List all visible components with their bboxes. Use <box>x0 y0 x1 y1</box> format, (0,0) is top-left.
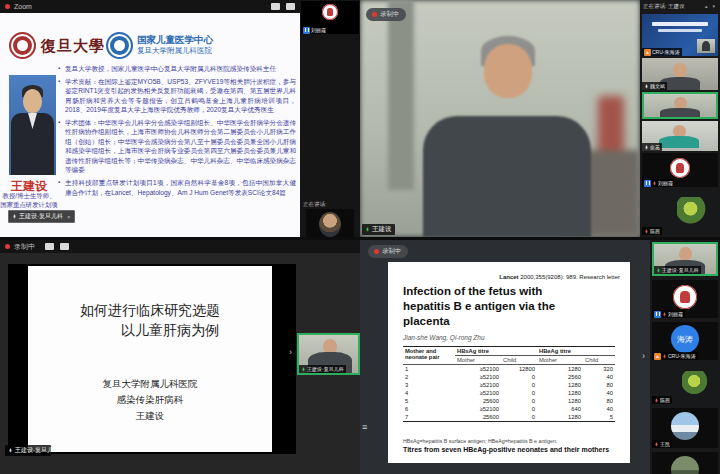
presentation-window: 录制中 如何进行临床研究选题 以儿童肝病为例 复旦大学附属儿科医院 感染传染肝病… <box>0 240 360 474</box>
window-restore-button[interactable] <box>271 3 280 10</box>
table-cell: 0 <box>501 413 537 422</box>
titlebar-app-label: Zoom <box>14 3 32 10</box>
table-cell: 1 <box>403 365 455 374</box>
participant-tile[interactable]: 刘丽霞 <box>642 153 718 187</box>
self-view-video[interactable]: 王建设·复旦儿科 <box>297 333 360 375</box>
table-cell: 1280 <box>537 413 583 422</box>
mic-muted-icon <box>654 441 659 448</box>
participant-tile[interactable]: 陈茜 <box>652 364 718 404</box>
participant-tile[interactable]: 俞蕙 <box>642 121 718 151</box>
chevron-right-icon[interactable]: › <box>289 348 292 357</box>
chevron-up-icon[interactable]: ▲ <box>704 4 709 9</box>
mic-icon <box>644 144 649 151</box>
table-cell: 4 <box>403 389 455 397</box>
table-cell: 25600 <box>455 413 501 422</box>
window-titlebar: Zoom <box>0 0 300 13</box>
table-cell: ≥52100 <box>455 365 501 374</box>
table-cell: 2560 <box>537 373 583 381</box>
participant-label: 王建设·复旦儿科 <box>662 267 699 273</box>
table-cell: 0 <box>501 389 537 397</box>
table-col-header: Mother and neonate pair <box>403 347 455 365</box>
table-cell: 1280 <box>537 397 583 405</box>
active-speaker-video[interactable]: 录制中 王建设 <box>360 0 640 237</box>
table-sub-header: Child <box>583 356 615 365</box>
paper-authors: Jian-she Wang, Qi-rong Zhu <box>403 334 485 341</box>
slide-letterbox: 如何进行临床研究选题 以儿童肝病为例 复旦大学附属儿科医院 感染传染肝病科 王建… <box>8 264 296 454</box>
avatar <box>670 158 690 178</box>
table-cell: 3 <box>403 381 455 389</box>
speaker-name-tag: 王建设 <box>362 224 395 235</box>
chevron-right-icon[interactable]: › <box>642 352 645 361</box>
speaker-bio-bullets: 复旦大学教授，国家儿童医学中心复旦大学附属儿科医院感染传染科主任 学术贡献：在国… <box>58 64 296 200</box>
participant-label: 刘丽霞 <box>668 311 683 317</box>
window-close-button[interactable] <box>286 3 295 10</box>
mic-active-icon <box>656 267 661 274</box>
participant-tile-partial[interactable] <box>652 452 718 474</box>
table-row: 4≥521000128040 <box>403 389 615 397</box>
recording-label: 录制中 <box>14 242 35 252</box>
table-cell: 0 <box>501 397 537 405</box>
mic-muted-icon <box>654 397 659 404</box>
table-sub-header: Child <box>501 356 537 365</box>
table-cell: 5 <box>403 397 455 405</box>
window-close-button[interactable] <box>60 243 69 250</box>
avatar: 海涛 <box>671 325 699 353</box>
participant-strip-top-right: 正在讲话: 王建设 ▲ ▼ ▲ CRU-朱海涛 魏文斌 <box>640 0 720 237</box>
participant-tile[interactable]: 海涛 ▲ CRU-朱海涛 <box>652 322 718 360</box>
participant-label: 陈茜 <box>660 397 670 403</box>
table-cell: 0 <box>501 381 537 389</box>
hamburger-icon[interactable]: ≡ <box>362 422 367 432</box>
speaker-portrait-photo <box>9 75 56 175</box>
nccm-subtitle: 复旦大学附属儿科医院 <box>137 46 212 56</box>
window-restore-button[interactable] <box>45 243 54 250</box>
table-cell: 25600 <box>455 397 501 405</box>
lancet-slide-window: 录制中 Lancet 2000,355(9208): 989. Research… <box>360 240 650 474</box>
participant-tile[interactable]: 魏文斌 <box>642 58 718 90</box>
avatar <box>671 412 699 440</box>
childrens-hospital-seal-logo <box>106 32 133 59</box>
participant-strip-left: 刘丽霞 正在讲话: <box>300 0 360 237</box>
mic-active-icon <box>301 366 306 373</box>
participant-tile[interactable]: 陈茜 <box>642 189 718 235</box>
table-cell: ≥52100 <box>455 381 501 389</box>
mic-muted-icon <box>662 311 667 318</box>
bio-bullet: 复旦大学教授，国家儿童医学中心复旦大学附属儿科医院感染传染科主任 <box>58 64 296 74</box>
recording-badge: 录制中 <box>366 8 406 21</box>
participant-tile[interactable]: 王凯 <box>652 408 718 448</box>
titre-table: Mother and neonate pair HBsAg titre HBeA… <box>403 346 615 422</box>
table-cell: 1280 <box>537 381 583 389</box>
screen-share-icon: ▲ <box>654 353 661 360</box>
table-footnote: HBsAg=hepatitis B surface antigen; HBeAg… <box>403 438 557 444</box>
table-cell: 80 <box>583 397 615 405</box>
participant-tile-active[interactable]: 王建设·复旦儿科 <box>652 242 718 276</box>
participant-tile[interactable] <box>306 209 354 237</box>
bio-bullet: 主持科技部重点研发计划项目1项，国家自然科学基金8项，包括中国加拿大健康合作计划… <box>58 178 296 197</box>
chevron-down-icon[interactable]: ▼ <box>712 4 717 9</box>
lancet-slide: Lancet 2000,355(9208): 989. Research let… <box>388 262 630 463</box>
table-cell: 0 <box>501 373 537 381</box>
table-row: 1≥52100128001280320 <box>403 365 615 374</box>
participant-tile[interactable]: 刘丽霞 <box>301 1 359 34</box>
table-row: 6≥52100064040 <box>403 405 615 413</box>
titre-table-body: 1≥521001280012803202≥5210002560403≥52100… <box>403 365 615 422</box>
table-cell: 640 <box>537 405 583 413</box>
raise-hand-icon <box>644 180 651 187</box>
participant-tile-screenshare[interactable]: ▲ CRU-朱海涛 <box>642 14 718 56</box>
mic-muted-icon <box>652 180 657 187</box>
participant-strip-bottom-right: 王建设·复旦儿科 刘丽霞 海涛 ▲ CRU-朱海涛 <box>650 240 720 474</box>
participant-tile-active[interactable] <box>642 92 718 119</box>
table-row: 725600012805 <box>403 413 615 422</box>
record-dot-icon <box>5 244 10 249</box>
speaking-indicator: 正在讲话: 王建设 <box>643 3 702 10</box>
table-row: 2≥521000256040 <box>403 373 615 381</box>
participant-tile[interactable]: 刘丽霞 <box>652 280 718 318</box>
participant-label: CRU-朱海涛 <box>652 49 680 55</box>
close-icon[interactable]: × <box>67 214 71 220</box>
table-cell: 5 <box>583 413 615 422</box>
paper-title: Infection of the fetus with hepatitis B … <box>403 284 563 329</box>
participant-label: 刘丽霞 <box>658 180 673 186</box>
table-cell: 80 <box>583 381 615 389</box>
participant-label: 魏文斌 <box>650 83 665 89</box>
bio-bullet: 学术贡献：在国际上鉴定MYO5B、USP53、ZFYVE19等相关胆汁淤积症，参… <box>58 77 296 115</box>
record-dot-icon <box>374 249 379 254</box>
